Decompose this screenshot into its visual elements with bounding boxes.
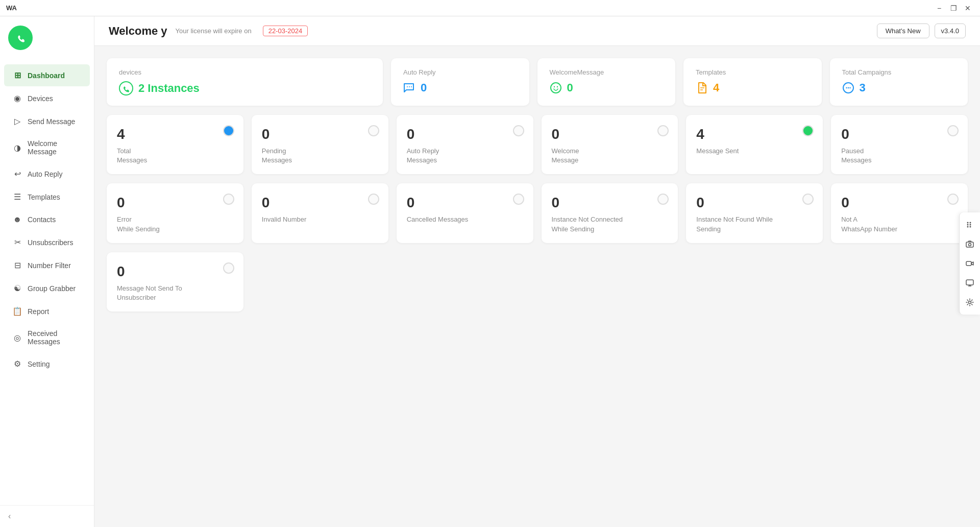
- sidebar-item-contacts-label: Contacts: [28, 215, 56, 224]
- auto-reply-messages-num: 0: [407, 126, 523, 142]
- sidebar-item-unsubscribers-label: Unsubscribers: [28, 238, 73, 247]
- sidebar-item-templates[interactable]: ☰ Templates: [4, 186, 90, 208]
- stat-card-error-while-sending[interactable]: 0 ErrorWhile Sending: [107, 183, 243, 243]
- svg-point-7: [556, 86, 557, 87]
- summary-card-templates[interactable]: Templates 4: [683, 58, 822, 106]
- dots-grid-icon: [966, 221, 974, 229]
- stat-card-not-whatsapp[interactable]: 0 Not AWhatsApp Number: [831, 183, 968, 243]
- sidebar-item-welcome-message[interactable]: ◑ Welcome Message: [4, 133, 90, 162]
- sidebar-collapse-button[interactable]: ‹: [0, 505, 94, 527]
- auto-reply-messages-indicator: [513, 125, 524, 136]
- summary-card-templates-value: 4: [696, 81, 810, 94]
- version-badge: v3.4.0: [935, 23, 966, 38]
- stat-card-total-messages[interactable]: 4 TotalMessages: [107, 115, 243, 174]
- summary-card-devices[interactable]: devices 2 Instances: [107, 58, 383, 106]
- error-while-sending-num: 0: [117, 195, 233, 211]
- stat-card-welcome-message[interactable]: 0 WelcomeMessage: [542, 115, 678, 174]
- summary-card-campaigns-value: 3: [842, 81, 956, 94]
- instance-not-found-label: Instance Not Found WhileSending: [696, 215, 813, 233]
- toolbar-monitor-button[interactable]: [962, 275, 978, 291]
- settings-icon: [966, 298, 974, 306]
- svg-point-1: [119, 82, 133, 95]
- sidebar-item-setting-label: Setting: [28, 360, 50, 368]
- svg-rect-22: [966, 261, 971, 266]
- welcome-message-icon: ◑: [12, 143, 22, 153]
- title-bar-left: WA: [6, 4, 17, 12]
- toolbar-video-button[interactable]: [962, 255, 978, 272]
- stat-card-message-sent[interactable]: 4 Message Sent: [686, 115, 823, 174]
- not-whatsapp-num: 0: [841, 195, 958, 211]
- video-icon: [966, 259, 974, 268]
- sidebar-item-devices[interactable]: ◉ Devices: [4, 87, 90, 109]
- stat-card-cancelled-messages[interactable]: 0 Cancelled Messages: [397, 183, 533, 243]
- sidebar-item-group-grabber[interactable]: ☯ Group Grabber: [4, 277, 90, 299]
- cancelled-messages-num: 0: [407, 195, 523, 211]
- license-date: 22-03-2024: [263, 26, 308, 36]
- chat-bubble-icon: [403, 82, 415, 94]
- sidebar-item-setting[interactable]: ⚙ Setting: [4, 353, 90, 375]
- pending-messages-indicator: [368, 125, 379, 136]
- summary-card-auto-reply[interactable]: Auto Reply 0: [391, 58, 529, 106]
- error-while-sending-label: ErrorWhile Sending: [117, 215, 233, 233]
- smiley-icon: [550, 82, 562, 94]
- welcome-message-stat-num: 0: [552, 126, 668, 142]
- minimize-button[interactable]: −: [933, 2, 945, 14]
- sidebar-item-number-filter[interactable]: ⊟ Number Filter: [4, 254, 90, 276]
- dashboard-icon: ⊞: [12, 70, 22, 80]
- sidebar-item-report[interactable]: 📋 Report: [4, 300, 90, 322]
- setting-icon: ⚙: [12, 359, 22, 369]
- toolbar-dots-button[interactable]: [962, 217, 978, 233]
- svg-point-15: [970, 222, 971, 224]
- instance-not-found-num: 0: [696, 195, 813, 211]
- number-filter-icon: ⊟: [12, 260, 22, 270]
- stat-card-paused-messages[interactable]: 0 PausedMessages: [831, 115, 968, 174]
- sidebar-item-dashboard[interactable]: ⊞ Dashboard: [4, 64, 90, 86]
- stat-card-instance-not-connected[interactable]: 0 Instance Not ConnectedWhile Sending: [542, 183, 678, 243]
- message-sent-indicator: [802, 125, 814, 136]
- sidebar-item-send-message[interactable]: ▷ Send Message: [4, 110, 90, 132]
- report-icon: 📋: [12, 306, 22, 316]
- whatsapp-icon: [119, 81, 133, 95]
- stat-card-auto-reply-messages[interactable]: 0 Auto ReplyMessages: [397, 115, 533, 174]
- contacts-icon: ☻: [12, 215, 22, 224]
- summary-card-devices-count: 2 Instances: [138, 82, 200, 95]
- close-button[interactable]: ✕: [962, 2, 974, 14]
- stats-row-2: 0 ErrorWhile Sending 0 Invalid Number 0 …: [107, 183, 968, 243]
- sidebar-item-received-messages-label: Received Messages: [28, 329, 82, 346]
- message-sent-label: Message Sent: [696, 147, 813, 156]
- templates-icon: ☰: [12, 192, 22, 202]
- paused-messages-indicator: [947, 125, 959, 136]
- msg-not-send-unsub-num: 0: [117, 264, 233, 280]
- toolbar-camera-button[interactable]: [962, 236, 978, 252]
- sidebar-item-templates-label: Templates: [28, 193, 60, 201]
- stat-card-msg-not-send-unsub[interactable]: 0 Message Not Send ToUnsubscriber: [107, 252, 243, 312]
- stat-card-invalid-number[interactable]: 0 Invalid Number: [252, 183, 388, 243]
- stat-card-pending-messages[interactable]: 0 PendingMessages: [252, 115, 388, 174]
- svg-point-26: [969, 301, 971, 304]
- maximize-button[interactable]: ❐: [947, 2, 960, 14]
- sidebar-item-contacts[interactable]: ☻ Contacts: [4, 209, 90, 230]
- auto-reply-icon: ↩: [12, 169, 22, 179]
- sidebar-item-received-messages[interactable]: ◎ Received Messages: [4, 323, 90, 352]
- sidebar-item-number-filter-label: Number Filter: [28, 261, 71, 270]
- sidebar-item-auto-reply[interactable]: ↩ Auto Reply: [4, 163, 90, 185]
- svg-point-5: [551, 83, 561, 93]
- total-messages-indicator: [223, 125, 234, 136]
- app-body: ⊞ Dashboard ◉ Devices ▷ Send Message ◑ W…: [0, 16, 980, 527]
- whats-new-button[interactable]: What's New: [877, 23, 929, 38]
- summary-card-devices-label: devices: [119, 68, 371, 76]
- summary-card-total-campaigns[interactable]: Total Campaigns 3: [830, 58, 968, 106]
- sidebar-item-group-grabber-label: Group Grabber: [28, 284, 76, 293]
- sidebar-item-unsubscribers[interactable]: ✂ Unsubscribers: [4, 231, 90, 253]
- right-toolbar: [959, 212, 980, 315]
- title-bar-controls: − ❐ ✕: [933, 2, 974, 14]
- sidebar-item-send-message-label: Send Message: [28, 117, 75, 126]
- stat-card-instance-not-found[interactable]: 0 Instance Not Found WhileSending: [686, 183, 823, 243]
- toolbar-gear-button[interactable]: [962, 294, 978, 310]
- paused-messages-num: 0: [841, 126, 958, 142]
- summary-card-campaigns-count: 3: [860, 81, 866, 94]
- cancelled-messages-indicator: [513, 194, 524, 205]
- summary-card-auto-reply-count: 0: [421, 81, 427, 94]
- received-messages-icon: ◎: [12, 333, 22, 343]
- summary-card-welcome-message[interactable]: WelcomeMessage 0: [537, 58, 676, 106]
